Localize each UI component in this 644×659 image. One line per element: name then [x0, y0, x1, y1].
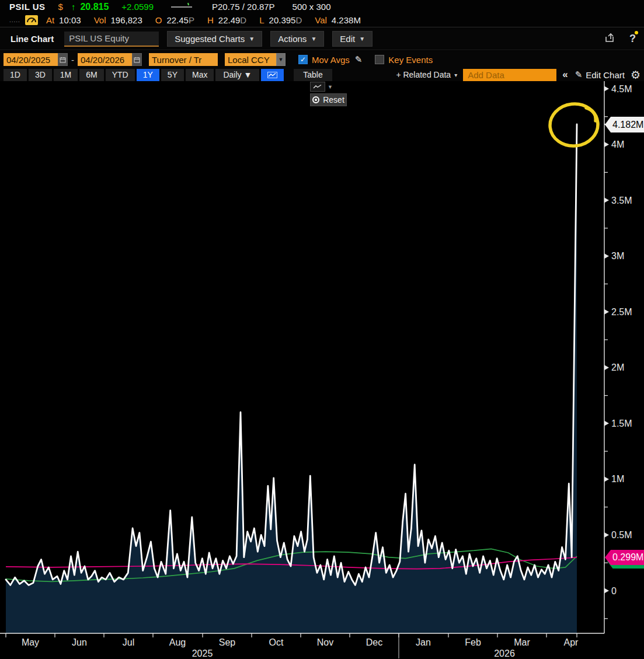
y-axis-label: 3.5M — [611, 196, 632, 205]
x-axis-year-label: 2026 — [494, 648, 515, 658]
y-axis-label: 1.5M — [611, 419, 632, 428]
y-tick-arrow — [604, 253, 609, 259]
help-icon[interactable]: ? — [629, 33, 636, 45]
x-axis-year-label: 2025 — [192, 648, 213, 658]
bid-ask: P20.75 / 20.87P — [212, 2, 275, 12]
pencil-icon: ✎ — [575, 69, 583, 80]
y-tick-arrow — [604, 365, 609, 370]
x-axis-month-label: Aug — [169, 637, 186, 647]
y-axis-label: 0.5M — [611, 530, 632, 540]
bloomberg-terminal-window: PSIL US $ ↑ 20.815 +2.0599 P20.75 / 20.8… — [0, 0, 644, 659]
date-range-separator: - — [71, 55, 74, 65]
x-axis-month-label: Jul — [123, 637, 134, 647]
period-button-max[interactable]: Max — [186, 69, 214, 81]
mov-avgs-label: Mov Avgs — [312, 55, 350, 65]
period-button-6m[interactable]: 6M — [79, 69, 103, 81]
reset-label: Reset — [323, 95, 344, 104]
table-button[interactable]: Table — [294, 69, 332, 81]
date-from-input[interactable] — [4, 53, 58, 66]
y-axis-label: 0 — [611, 586, 617, 596]
checkbox-checked-icon[interactable]: ✓ — [298, 55, 308, 64]
chevron-down-icon: ▼ — [311, 36, 316, 42]
chevron-down-icon: ▾ — [454, 72, 457, 78]
high-label: H — [207, 15, 214, 25]
val-label: Val — [315, 15, 327, 25]
calendar-icon[interactable] — [132, 53, 142, 66]
edit-chart-button[interactable]: ✎Edit Chart — [574, 69, 625, 80]
low-value: 20.395 — [269, 15, 296, 25]
chevron-down-icon: ▼ — [359, 36, 365, 42]
chart-style-mini-icon[interactable] — [310, 82, 325, 92]
open-condition-code: P — [189, 15, 194, 25]
checkbox-unchecked-icon[interactable] — [375, 55, 384, 64]
x-axis-month-label: Nov — [317, 637, 333, 647]
y-tick-arrow — [604, 588, 609, 594]
currency-symbol: $ — [58, 2, 63, 12]
grip-dots-icon: ..... — [9, 17, 20, 23]
price-change: +2.0599 — [121, 2, 154, 12]
chevron-down-icon[interactable]: ▼ — [328, 84, 333, 90]
y-axis-label: 2.5M — [611, 307, 632, 317]
x-axis-month-label: Jun — [72, 637, 87, 647]
open-label: O — [155, 15, 162, 25]
low-label: L — [259, 15, 264, 25]
edit-chart-label: Edit Chart — [586, 70, 625, 80]
hand-drawn-circle-overlap — [586, 108, 596, 121]
chart-plot-area[interactable]: 4.5M4M3.5M3M2.5M2M1.5M1M0.5M0MayJunJulAu… — [0, 81, 644, 659]
collapse-panel-icon[interactable]: « — [562, 69, 568, 81]
y-tick-arrow — [604, 421, 609, 426]
period-button-group: 1D3D1M6MYTD1Y5YMax — [4, 69, 215, 81]
last-price: 20.815 — [80, 2, 109, 12]
at-label: At — [46, 15, 54, 25]
y-tick-arrow — [604, 142, 609, 147]
add-data-input[interactable] — [463, 69, 556, 81]
suggested-charts-button[interactable]: Suggested Charts▼ — [167, 31, 262, 47]
y-tick-arrow — [604, 476, 609, 482]
reset-zoom-button[interactable]: Reset — [310, 93, 347, 106]
chart-style-button[interactable] — [261, 69, 284, 81]
period-button-1d[interactable]: 1D — [4, 69, 27, 81]
x-axis-month-label: Jan — [416, 637, 431, 647]
low-condition-code: D — [295, 15, 302, 25]
period-button-1m[interactable]: 1M — [54, 69, 78, 81]
calendar-icon[interactable] — [58, 53, 68, 66]
high-condition-code: D — [240, 15, 246, 25]
hand-drawn-circle-annotation — [548, 102, 600, 148]
vol-label: Vol — [94, 15, 106, 25]
header-row-2: ..... At 10:03 Vol 196,823 O 22.45P H 22… — [0, 13, 644, 27]
last-value-tag: 4.182M — [605, 117, 644, 133]
export-share-icon[interactable] — [604, 32, 615, 46]
x-axis-month-label: May — [22, 637, 39, 647]
field-dropdown[interactable]: Turnover / Tr — [149, 53, 218, 66]
mov-avgs-toggle[interactable]: ✓ Mov Avgs ✎ — [298, 54, 362, 65]
period-button-ytd[interactable]: YTD — [106, 69, 135, 81]
high-value: 22.49 — [218, 15, 241, 25]
pencil-icon[interactable]: ✎ — [355, 54, 363, 65]
date-to-input[interactable] — [78, 53, 132, 66]
chevron-down-icon: ▼ — [249, 36, 255, 42]
header-row-1: PSIL US $ ↑ 20.815 +2.0599 P20.75 / 20.8… — [0, 0, 644, 13]
y-axis-label: 2M — [611, 362, 624, 372]
period-button-5y[interactable]: 5Y — [161, 69, 184, 81]
related-data-button[interactable]: + Related Data▾ — [396, 70, 457, 79]
intraday-sparkline-icon — [170, 1, 194, 12]
turnover-line — [6, 124, 577, 585]
currency-dropdown[interactable]: Local CCY — [225, 53, 276, 66]
chart-settings-bar: - Turnover / Tr Local CCY▼ ✓ Mov Avgs ✎ … — [0, 51, 644, 68]
chart-mini-toolbar: ▼ Reset — [310, 82, 347, 106]
gear-icon[interactable]: ⚙ — [631, 69, 640, 81]
y-axis-label: 3M — [611, 251, 624, 261]
frequency-dropdown[interactable]: Daily ▼ — [215, 69, 259, 81]
edit-button[interactable]: Edit▼ — [332, 31, 373, 47]
y-axis-label: 1M — [611, 474, 624, 484]
x-axis-month-label: Sep — [219, 637, 236, 647]
chevron-down-icon[interactable]: ▼ — [276, 53, 286, 66]
edit-label: Edit — [340, 34, 355, 44]
chart-type-title: Line Chart — [11, 34, 54, 44]
actions-button[interactable]: Actions▼ — [270, 31, 324, 47]
security-input[interactable] — [64, 32, 159, 47]
key-events-toggle[interactable]: Key Events — [375, 55, 433, 65]
suggested-charts-label: Suggested Charts — [175, 34, 245, 44]
period-button-3d[interactable]: 3D — [29, 69, 52, 81]
period-button-1y[interactable]: 1Y — [137, 69, 159, 81]
